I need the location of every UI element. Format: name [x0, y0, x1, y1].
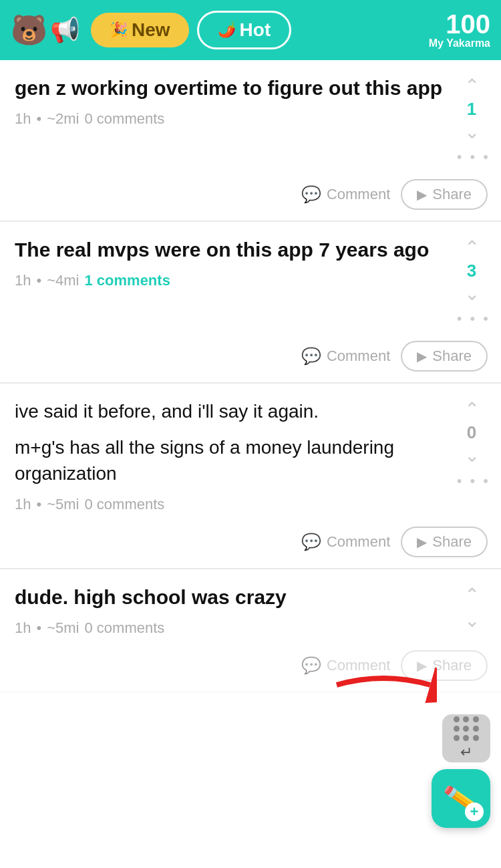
post-3-content: ive said it before, and i'll say it agai…	[15, 398, 445, 513]
hot-tab[interactable]: 🌶️ Hot	[197, 11, 292, 49]
post-3-actions: 💬 Comment ▶ Share	[0, 520, 501, 569]
app-header: 🐻 📢 🎉 New 🌶️ Hot 100 My Yakarma	[0, 0, 501, 60]
post-1-body: gen z working overtime to figure out thi…	[0, 60, 501, 172]
post-1-meta: 1h • ~2mi 0 comments	[15, 110, 445, 128]
post-2-title: The real mvps were on this app 7 years a…	[15, 237, 445, 263]
post-3: ive said it before, and i'll say it agai…	[0, 384, 501, 569]
keyboard-toggle-btn[interactable]: ↵	[442, 714, 490, 762]
post-3-comments[interactable]: 0 comments	[84, 496, 164, 513]
post-2-body: The real mvps were on this app 7 years a…	[0, 222, 501, 334]
post-1-upvote[interactable]: ⌃	[464, 75, 480, 98]
post-4-title: dude. high school was crazy	[15, 584, 445, 610]
post-1-actions: 💬 Comment ▶ Share	[0, 172, 501, 221]
post-1-distance: ~2mi	[47, 110, 79, 128]
post-2-votes: ⌃ 3 ⌄ • • •	[453, 237, 490, 327]
confetti-icon: 🎉	[110, 21, 128, 39]
comment-label-3: Comment	[327, 533, 390, 551]
comment-icon-4: 💬	[301, 656, 321, 675]
post-1-time: 1h	[15, 110, 31, 128]
new-tab[interactable]: 🎉 New	[91, 13, 189, 47]
post-3-vote-count: 0	[467, 422, 476, 443]
comment-label: Comment	[327, 186, 390, 203]
post-3-more[interactable]: • • •	[457, 472, 490, 490]
share-label-2: Share	[432, 347, 472, 365]
post-1-title: gen z working overtime to figure out thi…	[15, 75, 445, 101]
post-2-content: The real mvps were on this app 7 years a…	[15, 237, 445, 289]
post-1-content: gen z working overtime to figure out thi…	[15, 75, 445, 128]
post-3-meta: 1h • ~5mi 0 comments	[15, 496, 445, 513]
megaphone-icon: 📢	[50, 18, 80, 42]
post-2-time: 1h	[15, 272, 31, 289]
share-label: Share	[432, 186, 472, 203]
post-1-vote-count: 1	[467, 99, 476, 120]
post-3-title-block: ive said it before, and i'll say it agai…	[15, 398, 445, 486]
post-4-upvote[interactable]: ⌃	[464, 584, 480, 607]
post-2: The real mvps were on this app 7 years a…	[0, 222, 501, 384]
comment-icon: 💬	[301, 185, 321, 204]
post-3-upvote[interactable]: ⌃	[464, 398, 480, 421]
post-4-content: dude. high school was crazy 1h • ~5mi 0 …	[15, 584, 445, 637]
comment-icon-2: 💬	[301, 347, 321, 366]
karma-section: 100 My Yakarma	[429, 11, 490, 49]
post-1: gen z working overtime to figure out thi…	[0, 60, 501, 222]
new-tab-label: New	[132, 19, 170, 41]
post-4-votes: ⌃ ⌄	[453, 584, 490, 631]
chili-icon: 🌶️	[218, 21, 236, 39]
share-icon-3: ▶	[417, 534, 427, 550]
post-2-comments[interactable]: 1 comments	[84, 272, 170, 289]
plus-badge: +	[465, 803, 484, 821]
red-arrow	[330, 665, 437, 705]
post-4-body: dude. high school was crazy 1h • ~5mi 0 …	[0, 569, 501, 643]
post-1-comment-btn[interactable]: 💬 Comment	[301, 185, 390, 204]
header-center: 🎉 New 🌶️ Hot	[91, 11, 291, 49]
comment-label-2: Comment	[327, 347, 390, 365]
post-4-time: 1h	[15, 619, 31, 637]
post-3-distance: ~5mi	[47, 496, 79, 513]
post-4-downvote[interactable]: ⌄	[464, 609, 480, 632]
post-2-vote-count: 3	[467, 261, 476, 281]
post-2-comment-btn[interactable]: 💬 Comment	[301, 347, 390, 366]
post-4-meta: 1h • ~5mi 0 comments	[15, 619, 445, 637]
share-icon-2: ▶	[417, 348, 427, 364]
post-3-time: 1h	[15, 496, 31, 513]
post-4-comments[interactable]: 0 comments	[84, 619, 164, 637]
comment-icon-3: 💬	[301, 533, 321, 551]
post-4-distance: ~5mi	[47, 619, 79, 637]
karma-number: 100	[429, 11, 490, 37]
post-2-actions: 💬 Comment ▶ Share	[0, 334, 501, 383]
post-2-more[interactable]: • • •	[457, 310, 490, 327]
post-3-title-line1: ive said it before, and i'll say it agai…	[15, 398, 445, 424]
hot-tab-label: Hot	[240, 19, 271, 41]
post-1-share-btn[interactable]: ▶ Share	[401, 179, 488, 210]
compose-button[interactable]: ✏️ +	[432, 769, 490, 828]
post-1-downvote[interactable]: ⌄	[464, 121, 480, 144]
bear-icon: 🐻	[11, 15, 47, 45]
share-label-3: Share	[432, 533, 472, 551]
post-2-upvote[interactable]: ⌃	[464, 237, 480, 259]
header-left: 🐻 📢	[11, 15, 80, 45]
post-1-votes: ⌃ 1 ⌄ • • •	[453, 75, 490, 166]
share-icon: ▶	[417, 186, 427, 202]
post-3-share-btn[interactable]: ▶ Share	[401, 527, 488, 557]
karma-label: My Yakarma	[429, 37, 490, 49]
post-2-distance: ~4mi	[47, 272, 79, 289]
post-3-body: ive said it before, and i'll say it agai…	[0, 384, 501, 520]
post-1-comments[interactable]: 0 comments	[84, 110, 164, 128]
post-3-title-line2: m+g's has all the signs of a money laund…	[15, 434, 445, 486]
post-1-more[interactable]: • • •	[457, 148, 490, 166]
keyboard-dots	[454, 716, 479, 741]
post-3-comment-btn[interactable]: 💬 Comment	[301, 533, 390, 551]
return-icon: ↵	[460, 744, 472, 761]
post-2-downvote[interactable]: ⌄	[464, 283, 480, 305]
post-3-downvote[interactable]: ⌄	[464, 444, 480, 467]
post-2-share-btn[interactable]: ▶ Share	[401, 341, 488, 372]
post-3-votes: ⌃ 0 ⌄ • • •	[453, 398, 490, 489]
post-2-meta: 1h • ~4mi 1 comments	[15, 272, 445, 289]
